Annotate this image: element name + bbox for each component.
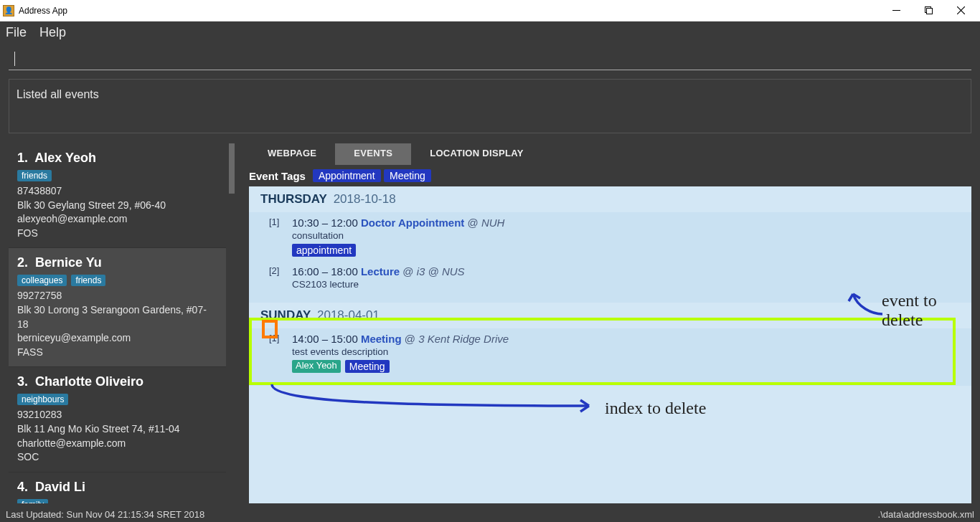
tag-row: neighbours (17, 394, 217, 405)
window-title: Address App (19, 6, 880, 16)
event-description: consultation (292, 230, 960, 241)
maximize-button[interactable] (913, 0, 945, 22)
event-index: [1] (269, 217, 285, 257)
titlebar: 👤 Address App (0, 0, 980, 22)
day-header: SUNDAY 2018-04-01 (249, 303, 971, 328)
person-address: Blk 11 Ang Mo Kio Street 74, #11-04 (17, 422, 217, 437)
event-tags-label: Event Tags (249, 170, 306, 182)
tag-row: friends (17, 170, 217, 181)
menubar: File Help (0, 22, 980, 43)
person-address: Blk 30 Lorong 3 Serangoon Gardens, #07-1… (17, 303, 217, 331)
day-group: THURSDAY 2018-10-18[1]10:30 – 12:00 Doct… (249, 186, 971, 303)
person-tag: neighbours (17, 394, 68, 405)
annotation-index-to-delete: index to delete (605, 399, 706, 418)
person-item[interactable]: 3. Charlotte Oliveironeighbours93210283B… (9, 367, 226, 472)
event-tag[interactable]: Meeting (384, 169, 431, 182)
tag-row: family (17, 499, 217, 503)
person-email: berniceyu@example.com (17, 331, 217, 346)
person-phone: 99272758 (17, 289, 217, 303)
event-row[interactable]: [1]14:00 – 15:00 Meeting @ 3 Kent Ridge … (249, 328, 971, 377)
events-area: THURSDAY 2018-10-18[1]10:30 – 12:00 Doct… (249, 186, 971, 503)
day-body: [1]10:30 – 12:00 Doctor Appointment @ NU… (249, 212, 971, 303)
person-name: 2. Bernice Yu (17, 255, 217, 270)
minimize-button[interactable] (880, 0, 913, 22)
person-name: 3. Charlotte Oliveiro (17, 374, 217, 389)
event-index: [2] (269, 265, 285, 290)
svg-rect-2 (927, 9, 933, 14)
event-line: 16:00 – 18:00 Lecture @ i3 @ NUS (292, 265, 960, 277)
tag-row: colleaguesfriends (17, 275, 217, 286)
day-group: SUNDAY 2018-04-01[1]14:00 – 15:00 Meetin… (249, 303, 971, 386)
day-body: [1]14:00 – 15:00 Meeting @ 3 Kent Ridge … (249, 328, 971, 386)
menu-file[interactable]: File (6, 25, 27, 40)
person-dept: SOC (17, 450, 217, 465)
person-item[interactable]: 4. David Lifamily91031282Blk 436 Serango… (9, 473, 226, 503)
person-dept: FOS (17, 227, 217, 241)
person-name: 1. Alex Yeoh (17, 151, 217, 166)
event-badge: Alex Yeoh (292, 360, 341, 373)
person-tag: friends (71, 275, 105, 286)
tab-events[interactable]: EVENTS (335, 143, 411, 165)
day-header: THURSDAY 2018-10-18 (249, 186, 971, 212)
person-item[interactable]: 1. Alex Yeohfriends87438807Blk 30 Geylan… (9, 143, 226, 248)
status-left: Last Updated: Sun Nov 04 21:15:34 SRET 2… (6, 509, 204, 520)
scrollbar[interactable] (229, 143, 235, 503)
person-list-panel: 1. Alex Yeohfriends87438807Blk 30 Geylan… (9, 143, 235, 503)
event-index: [1] (269, 333, 285, 373)
person-dept: FASS (17, 346, 217, 360)
event-row[interactable]: [2]16:00 – 18:00 Lecture @ i3 @ NUSCS210… (249, 261, 971, 294)
event-description: test events description (292, 346, 960, 357)
person-item[interactable]: 2. Bernice Yucolleaguesfriends99272758Bl… (9, 248, 226, 367)
status-right: .\data\addressbook.xml (878, 509, 974, 520)
event-tag[interactable]: Appointment (313, 169, 381, 182)
event-row[interactable]: [1]10:30 – 12:00 Doctor Appointment @ NU… (249, 212, 971, 261)
person-name: 4. David Li (17, 480, 217, 495)
person-tag: friends (17, 170, 52, 181)
result-display: Listed all events (9, 79, 971, 133)
tabs: WEBPAGE EVENTS LOCATION DISPLAY (249, 143, 971, 165)
tab-webpage[interactable]: WEBPAGE (249, 143, 335, 165)
result-text: Listed all events (17, 88, 99, 100)
tab-location[interactable]: LOCATION DISPLAY (411, 143, 542, 165)
person-tag: family (17, 499, 48, 503)
event-line: 14:00 – 15:00 Meeting @ 3 Kent Ridge Dri… (292, 333, 960, 345)
menu-help[interactable]: Help (39, 25, 66, 40)
event-badges: Alex YeohMeeting (292, 360, 960, 373)
statusbar: Last Updated: Sun Nov 04 21:15:34 SRET 2… (0, 506, 980, 522)
person-tag: colleagues (17, 275, 67, 286)
event-line: 10:30 – 12:00 Doctor Appointment @ NUH (292, 217, 960, 229)
person-phone: 93210283 (17, 408, 217, 422)
event-description: CS2103 lecture (292, 279, 960, 290)
event-badge: appointment (292, 244, 356, 257)
command-input-container (9, 47, 971, 70)
scrollbar-thumb[interactable] (229, 143, 235, 194)
person-address: Blk 30 Geylang Street 29, #06-40 (17, 199, 217, 213)
person-phone: 87438807 (17, 184, 217, 199)
app-icon: 👤 (3, 5, 14, 16)
event-badges: appointment (292, 244, 960, 257)
close-button[interactable] (945, 0, 977, 22)
person-email: charlotte@example.com (17, 437, 217, 451)
event-badge: Meeting (345, 360, 390, 373)
event-tags-row: Event Tags Appointment Meeting (249, 165, 971, 186)
command-input[interactable] (15, 48, 971, 70)
arrow-icon (266, 381, 603, 414)
person-email: alexyeoh@example.com (17, 212, 217, 227)
